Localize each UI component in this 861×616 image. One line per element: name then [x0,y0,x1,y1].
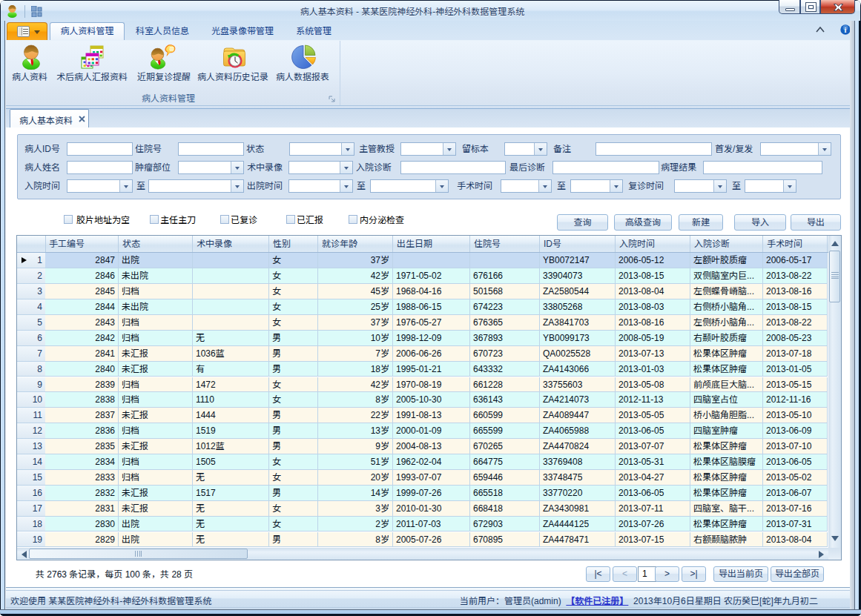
svg-text:i: i [845,26,847,34]
